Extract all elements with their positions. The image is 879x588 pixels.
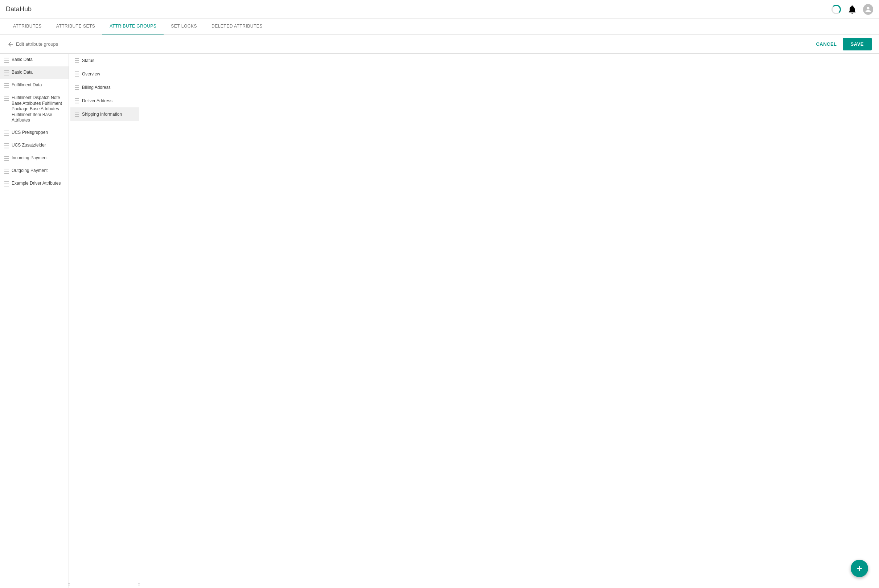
drag-icon <box>75 98 79 104</box>
drag-icon <box>4 168 9 174</box>
back-button[interactable]: Edit attribute groups <box>7 41 58 48</box>
left-item-basic-data-2[interactable]: Basic Data <box>0 66 69 79</box>
drag-icon <box>4 181 9 187</box>
left-item-fulfillment-dispatch[interactable]: Fulfillment Dispatch Note Base Attribute… <box>0 92 69 127</box>
add-fab-button[interactable]: + <box>851 560 868 577</box>
drag-icon <box>4 70 9 76</box>
avatar[interactable] <box>863 4 873 15</box>
left-panel: Basic Data Basic Data Fulfillment Data F… <box>0 54 69 588</box>
left-item-ucs-preisgruppen[interactable]: UCS Preisgruppen <box>0 127 69 139</box>
spinner-icon <box>831 4 841 15</box>
main-content: Basic Data Basic Data Fulfillment Data F… <box>0 54 879 588</box>
middle-resize-handle[interactable] <box>139 54 141 588</box>
tabs-bar: ATTRIBUTES ATTRIBUTE SETS ATTRIBUTE GROU… <box>0 19 879 35</box>
middle-item-label: Status <box>82 58 94 63</box>
drag-icon <box>4 130 9 136</box>
left-item-label: Basic Data <box>12 57 33 63</box>
left-item-outgoing-payment[interactable]: Outgoing Payment <box>0 165 69 177</box>
right-panel <box>141 54 879 588</box>
left-item-label: UCS Preisgruppen <box>12 130 48 136</box>
middle-item-label: Shipping Information <box>82 112 122 117</box>
app-title: DataHub <box>6 6 831 13</box>
left-item-fulfillment-data[interactable]: Fulfillment Data <box>0 79 69 92</box>
middle-item-deliver-address[interactable]: Deliver Address <box>70 94 139 107</box>
drag-icon <box>75 84 79 90</box>
left-item-label: UCS Zusatzfelder <box>12 142 46 148</box>
middle-item-label: Billing Address <box>82 85 111 90</box>
cancel-button[interactable]: CANCEL <box>810 39 842 50</box>
drag-icon <box>75 58 79 63</box>
drag-icon <box>4 143 9 149</box>
middle-panel: Status Overview Billing Address Deliver … <box>70 54 139 588</box>
left-item-label: Outgoing Payment <box>12 168 48 174</box>
bell-icon[interactable] <box>847 4 857 15</box>
left-item-incoming-payment[interactable]: Incoming Payment <box>0 152 69 165</box>
drag-icon <box>4 156 9 161</box>
drag-icon <box>75 111 79 117</box>
left-resize-handle[interactable] <box>69 54 70 588</box>
middle-item-overview[interactable]: Overview <box>70 67 139 81</box>
tab-attributes[interactable]: ATTRIBUTES <box>6 18 49 34</box>
drag-icon <box>75 71 79 77</box>
drag-icon <box>4 83 9 88</box>
middle-item-billing-address[interactable]: Billing Address <box>70 81 139 94</box>
middle-item-label: Deliver Address <box>82 98 112 104</box>
left-item-label: Example Driver Attributes <box>12 181 61 186</box>
left-item-example-driver[interactable]: Example Driver Attributes <box>0 177 69 190</box>
left-item-label: Fulfillment Data <box>12 82 42 88</box>
left-item-label: Basic Data <box>12 70 33 75</box>
middle-item-label: Overview <box>82 72 100 76</box>
tab-set-locks[interactable]: SET LOCKS <box>164 18 204 34</box>
topbar: DataHub <box>0 0 879 19</box>
toolbar-title: Edit attribute groups <box>16 41 58 47</box>
tab-deleted-attributes[interactable]: DELETED ATTRIBUTES <box>204 18 270 34</box>
toolbar: Edit attribute groups CANCEL SAVE <box>0 35 879 54</box>
drag-icon <box>4 95 9 101</box>
middle-item-status[interactable]: Status <box>70 54 139 67</box>
save-button[interactable]: SAVE <box>843 38 872 50</box>
tab-attribute-sets[interactable]: ATTRIBUTE SETS <box>49 18 102 34</box>
drag-icon <box>4 57 9 63</box>
tab-attribute-groups[interactable]: ATTRIBUTE GROUPS <box>102 18 164 34</box>
left-item-basic-data-1[interactable]: Basic Data <box>0 54 69 66</box>
middle-item-shipping-information[interactable]: Shipping Information <box>70 107 139 121</box>
left-item-label: Incoming Payment <box>12 155 48 161</box>
left-item-ucs-zusatzfelder[interactable]: UCS Zusatzfelder <box>0 139 69 152</box>
topbar-icons <box>831 4 873 15</box>
left-item-label: Fulfillment Dispatch Note Base Attribute… <box>12 95 64 123</box>
